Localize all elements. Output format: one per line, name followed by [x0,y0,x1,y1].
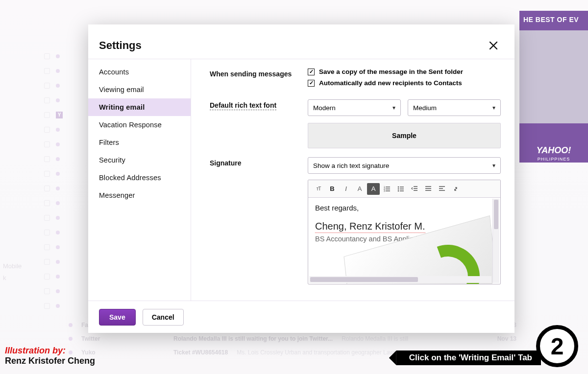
close-button[interactable] [487,39,500,52]
bullet-list-button[interactable] [394,183,407,195]
svg-point-5 [398,190,399,191]
vertical-scrollbar[interactable] [492,199,499,283]
sidebar-item-label: Messenger [99,191,135,199]
select-value: Modern [313,104,336,112]
indent-icon [425,186,432,192]
italic-button[interactable]: I [340,183,352,195]
cancel-button[interactable]: Cancel [143,309,184,326]
close-icon [489,41,498,50]
modal-footer: Save Cancel [88,301,514,333]
chevron-down-icon: ▾ [492,104,495,111]
font-size-button[interactable]: тT [312,183,325,195]
numbered-list-button[interactable]: 123 [381,183,393,195]
bold-button[interactable]: B [326,183,339,195]
sidebar-item-label: Security [99,156,125,164]
bullet-list-icon [397,186,404,192]
svg-point-3 [398,186,399,187]
settings-sidebar: Accounts Viewing email Writing email Vac… [88,59,191,301]
sidebar-item-security[interactable]: Security [88,151,191,169]
sidebar-item-writing-email[interactable]: Writing email [88,98,191,116]
step-number: 2 [551,333,564,360]
editor-toolbar: тT B I A A 123 [308,180,500,198]
modal-header: Settings [88,24,514,59]
select-value: Show a rich text signature [313,162,389,169]
checkbox-icon [308,69,315,75]
chevron-down-icon: ▾ [392,104,395,111]
step-number-badge: 2 [536,325,578,367]
ad-brand: YAHOO! [519,145,588,156]
select-font-family[interactable]: Modern ▾ [308,99,401,116]
step-caption: Click on the 'Writing Email' Tab [396,351,541,365]
sidebar-item-label: Viewing email [99,86,144,94]
outdent-icon [411,186,418,192]
select-value: Medium [413,104,437,112]
editor-body[interactable]: Best regards, Cheng, Renz Kristofer M. B… [308,198,500,284]
checkbox-label: Save a copy of the message in the Sent f… [319,68,463,75]
sidebar-item-viewing-email[interactable]: Viewing email [88,81,191,98]
signature-name: Cheng, Renz Kristofer M. [315,221,425,233]
sidebar-item-vacation-response[interactable]: Vacation Response [88,116,191,134]
section-label-font: Default rich text font [210,99,276,110]
select-font-size[interactable]: Medium ▾ [408,99,501,116]
sidebar-item-label: Writing email [99,103,145,111]
save-button[interactable]: Save [99,309,136,326]
ad-headline: HE BEST OF EV [519,11,588,23]
signature-editor: тT B I A A 123 [308,180,501,284]
svg-text:3: 3 [384,189,385,192]
section-label-signature: Signature [210,157,308,167]
checkbox-save-copy[interactable]: Save a copy of the message in the Sent f… [308,68,501,75]
link-button[interactable] [449,183,462,195]
credit-author: Renz Kristofer Cheng [5,356,95,366]
align-button[interactable] [436,183,448,195]
checkbox-label: Automatically add new recipients to Cont… [319,79,462,87]
sidebar-item-label: Accounts [99,68,129,76]
checkbox-icon [308,80,315,87]
sidebar-item-label: Blocked Addresses [99,174,161,182]
align-icon [439,186,445,192]
select-signature-mode[interactable]: Show a rich text signature ▾ [308,157,501,174]
font-sample-box: Sample [308,123,501,148]
ad-subbrand: PHILIPPINES [519,157,588,162]
illustration-credit: Illustration by: Renz Kristofer Cheng [5,346,95,366]
scrollbar-thumb[interactable] [310,277,418,282]
sidebar-item-filters[interactable]: Filters [88,134,191,151]
svg-point-4 [398,188,399,189]
horizontal-scrollbar[interactable] [309,276,491,283]
highlight-button[interactable]: A [367,183,380,195]
settings-modal: Settings Accounts Viewing email Writing … [88,24,514,333]
indent-button[interactable] [422,183,435,195]
modal-title: Settings [99,39,142,52]
sidebar-item-label: Vacation Response [99,121,162,129]
ad-sidebar: HE BEST OF EV YAHOO! PHILIPPINES [519,11,588,163]
sidebar-item-label: Filters [99,139,119,146]
numbered-list-icon: 123 [384,186,391,192]
scrollbar-thumb[interactable] [494,200,498,229]
step-caption-text: Click on the 'Writing Email' Tab [409,353,532,363]
credit-label: Illustration by: [5,346,95,356]
signature-greeting: Best regards, [315,204,486,212]
font-sample-text: Sample [392,132,416,140]
sidebar-item-blocked-addresses[interactable]: Blocked Addresses [88,169,191,187]
settings-content: When sending messages Save a copy of the… [191,59,514,301]
section-label-sending: When sending messages [210,68,308,78]
sidebar-item-accounts[interactable]: Accounts [88,63,191,81]
outdent-button[interactable] [408,183,421,195]
link-icon [452,186,459,192]
checkbox-auto-add-recipients[interactable]: Automatically add new recipients to Cont… [308,79,501,87]
chevron-down-icon: ▾ [492,162,495,169]
sidebar-item-messenger[interactable]: Messenger [88,187,191,204]
text-color-button[interactable]: A [353,183,366,195]
